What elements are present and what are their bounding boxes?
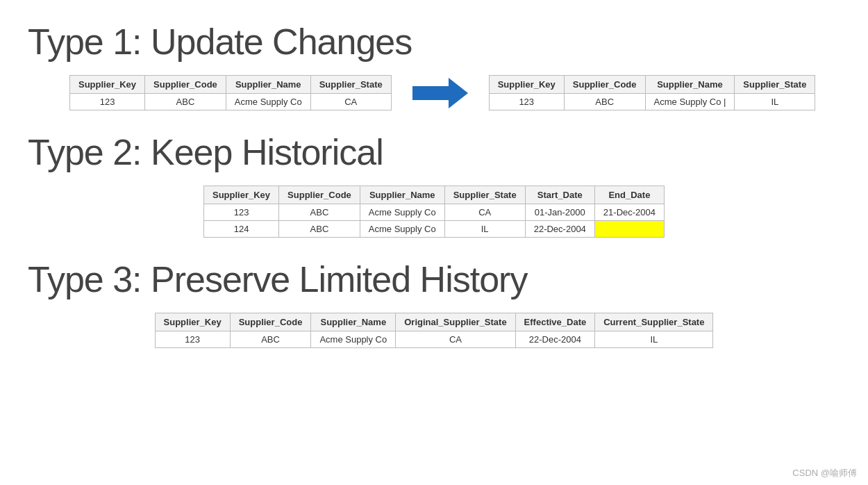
type3-table: Supplier_KeySupplier_CodeSupplier_NameOr… <box>155 313 714 348</box>
table-cell: Acme Supply Co <box>360 204 444 221</box>
table-cell: 124 <box>203 221 278 238</box>
table-cell: Acme Supply Co <box>226 94 310 110</box>
type2-title: Type 2: Keep Historical <box>28 131 840 173</box>
type1-after-table: Supplier_KeySupplier_CodeSupplier_NameSu… <box>489 75 816 110</box>
type1-title: Type 1: Update Changes <box>28 21 840 63</box>
table-cell: ABC <box>145 94 226 110</box>
table-cell: 01-Jan-2000 <box>525 204 594 221</box>
type2-section: Type 2: Keep Historical Supplier_KeySupp… <box>28 131 840 238</box>
table-cell: Acme Supply Co <box>311 331 396 348</box>
type2-content: Supplier_KeySupplier_CodeSupplier_NameSu… <box>28 186 840 238</box>
type3-content: Supplier_KeySupplier_CodeSupplier_NameOr… <box>28 313 840 348</box>
table-row: 123ABCAcme Supply CoCA <box>70 94 392 110</box>
table-cell: 123 <box>489 94 564 110</box>
table-cell: CA <box>310 94 391 110</box>
table-cell: IL <box>735 94 815 110</box>
table-row: 123ABCAcme Supply CoCA22-Dec-2004IL <box>155 331 713 348</box>
type2-table: Supplier_KeySupplier_CodeSupplier_NameSu… <box>203 186 665 238</box>
table-cell: 123 <box>155 331 230 348</box>
svg-marker-0 <box>412 78 468 108</box>
table-cell: CA <box>396 331 515 348</box>
table-cell: ABC <box>279 221 360 238</box>
table-cell: 123 <box>203 204 278 221</box>
type1-content: Supplier_KeySupplier_CodeSupplier_NameSu… <box>69 75 840 110</box>
table-cell <box>594 221 664 238</box>
watermark: CSDN @喻师傅 <box>792 467 857 479</box>
table-cell: ABC <box>279 204 360 221</box>
table-cell: ABC <box>564 94 645 110</box>
table-cell: IL <box>444 221 525 238</box>
type1-section: Type 1: Update Changes Supplier_KeySuppl… <box>28 21 840 110</box>
type1-before-table: Supplier_KeySupplier_CodeSupplier_NameSu… <box>69 75 392 110</box>
table-cell: 123 <box>70 94 145 110</box>
table-cell: 22-Dec-2004 <box>525 221 594 238</box>
table-cell: CA <box>444 204 525 221</box>
table-cell: ABC <box>230 331 311 348</box>
table-cell: 21-Dec-2004 <box>594 204 664 221</box>
table-cell: Acme Supply Co <box>360 221 444 238</box>
table-cell: 22-Dec-2004 <box>515 331 595 348</box>
table-cell: IL <box>595 331 713 348</box>
type3-title: Type 3: Preserve Limited History <box>28 258 840 300</box>
type3-section: Type 3: Preserve Limited History Supplie… <box>28 258 840 348</box>
arrow-right-icon <box>412 78 468 108</box>
table-row: 124ABCAcme Supply CoIL22-Dec-2004 <box>203 221 664 238</box>
table-cell: Acme Supply Co | <box>645 94 735 110</box>
table-row: 123ABCAcme Supply Co |IL <box>489 94 815 110</box>
table-row: 123ABCAcme Supply CoCA01-Jan-200021-Dec-… <box>203 204 664 221</box>
